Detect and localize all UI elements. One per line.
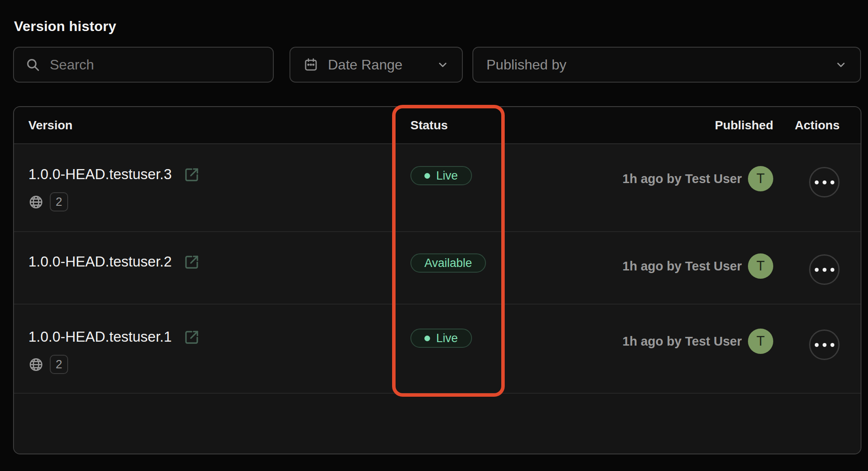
external-link-icon[interactable] [184, 166, 200, 183]
date-range-dropdown[interactable]: Date Range [289, 47, 463, 83]
live-dot-icon [424, 173, 430, 179]
status-cell: Live [410, 166, 600, 185]
table-row: 1.0.0-HEAD.testuser.1 [14, 305, 861, 394]
status-badge: Available [410, 253, 486, 273]
version-history-page: Version history Date Range [0, 0, 868, 471]
table-empty-area [14, 394, 861, 454]
status-label: Available [424, 256, 472, 270]
external-link-icon[interactable] [184, 254, 200, 270]
calendar-icon [303, 57, 318, 72]
avatar: T [748, 329, 773, 354]
environment-count-badge: 2 [50, 355, 68, 374]
version-cell: 1.0.0-HEAD.testuser.3 [14, 166, 410, 211]
actions-cell [773, 166, 861, 197]
version-name: 1.0.0-HEAD.testuser.2 [28, 253, 172, 270]
search-icon [25, 57, 40, 72]
row-actions-button[interactable] [809, 254, 840, 285]
published-by-label: Published by [486, 57, 566, 73]
version-history-table: Version Status Published Actions 1.0.0-H… [13, 106, 861, 454]
filter-bar: Date Range Published by [13, 47, 861, 83]
published-cell: 1h ago by Test User T [600, 253, 773, 279]
avatar: T [748, 166, 773, 191]
external-link-icon[interactable] [184, 329, 200, 345]
version-name: 1.0.0-HEAD.testuser.1 [28, 329, 172, 345]
chevron-down-icon [437, 59, 449, 71]
published-text: 1h ago by Test User [623, 334, 742, 349]
globe-icon [28, 194, 44, 210]
version-cell: 1.0.0-HEAD.testuser.2 [14, 253, 410, 270]
header-published: Published [600, 118, 773, 132]
status-label: Live [436, 169, 458, 183]
globe-icon [28, 357, 44, 372]
status-cell: Live [410, 329, 600, 348]
published-cell: 1h ago by Test User T [600, 329, 773, 354]
actions-cell [773, 253, 861, 285]
header-actions: Actions [773, 118, 861, 132]
search-input[interactable] [50, 57, 262, 73]
table-row: 1.0.0-HEAD.testuser.3 [14, 144, 861, 232]
header-status: Status [410, 118, 600, 132]
page-title: Version history [14, 18, 116, 35]
status-badge: Live [410, 166, 472, 185]
avatar: T [748, 253, 773, 279]
version-name: 1.0.0-HEAD.testuser.3 [28, 166, 172, 183]
header-version: Version [14, 118, 410, 132]
environment-count-badge: 2 [50, 192, 68, 211]
published-text: 1h ago by Test User [623, 259, 742, 274]
live-dot-icon [424, 336, 430, 341]
row-actions-button[interactable] [809, 167, 840, 197]
actions-cell [773, 329, 861, 360]
chevron-down-icon [835, 59, 847, 71]
published-text: 1h ago by Test User [623, 172, 742, 186]
published-cell: 1h ago by Test User T [600, 166, 773, 191]
row-actions-button[interactable] [809, 329, 840, 360]
status-label: Live [436, 332, 458, 345]
date-range-label: Date Range [328, 57, 403, 73]
version-cell: 1.0.0-HEAD.testuser.1 [14, 329, 410, 374]
search-field[interactable] [13, 47, 274, 83]
table-header-row: Version Status Published Actions [14, 107, 861, 144]
status-badge: Live [410, 329, 472, 348]
published-by-dropdown[interactable]: Published by [472, 47, 861, 83]
status-cell: Available [410, 253, 600, 273]
table-row: 1.0.0-HEAD.testuser.2 Available [14, 232, 861, 305]
